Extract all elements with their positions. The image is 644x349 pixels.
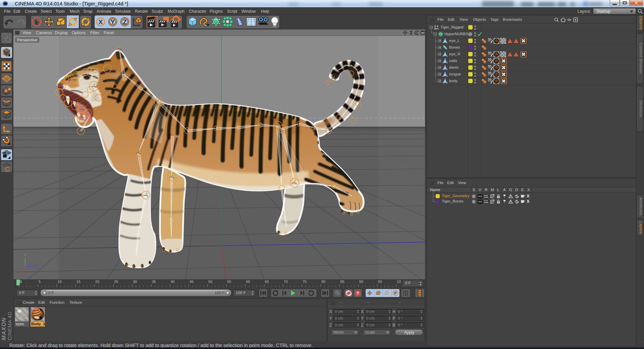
svg-text:X: X: [22, 269, 24, 273]
svg-text:Y: Y: [24, 253, 26, 257]
svg-text:50: 50: [208, 280, 212, 284]
svg-text:70: 70: [284, 280, 288, 284]
svg-text:5: 5: [39, 280, 41, 284]
svg-text:100: 100: [397, 280, 401, 284]
svg-text:45: 45: [190, 280, 194, 284]
svg-text:65: 65: [265, 280, 269, 284]
svg-text:0: 0: [437, 25, 438, 28]
svg-text:55: 55: [227, 280, 231, 284]
svg-text:15: 15: [76, 280, 80, 284]
svg-text:90: 90: [359, 280, 363, 284]
svg-text:75: 75: [303, 280, 307, 284]
svg-text:20: 20: [95, 280, 99, 284]
svg-text:95: 95: [378, 280, 382, 284]
svg-text:40: 40: [171, 280, 175, 284]
svg-text:Y: Y: [111, 19, 115, 25]
svg-text:0: 0: [20, 280, 22, 284]
svg-text:85: 85: [340, 280, 344, 284]
svg-text:10: 10: [57, 280, 61, 284]
svg-text:35: 35: [152, 280, 156, 284]
svg-text:?: ?: [357, 291, 359, 296]
svg-text:30: 30: [133, 280, 137, 284]
svg-text:P: P: [394, 291, 397, 295]
svg-text:80: 80: [321, 280, 325, 284]
svg-text:Z: Z: [123, 19, 127, 25]
svg-text:Z: Z: [35, 265, 37, 269]
svg-text:25: 25: [114, 280, 118, 284]
svg-text:X: X: [99, 18, 103, 25]
svg-text:60: 60: [246, 280, 250, 284]
